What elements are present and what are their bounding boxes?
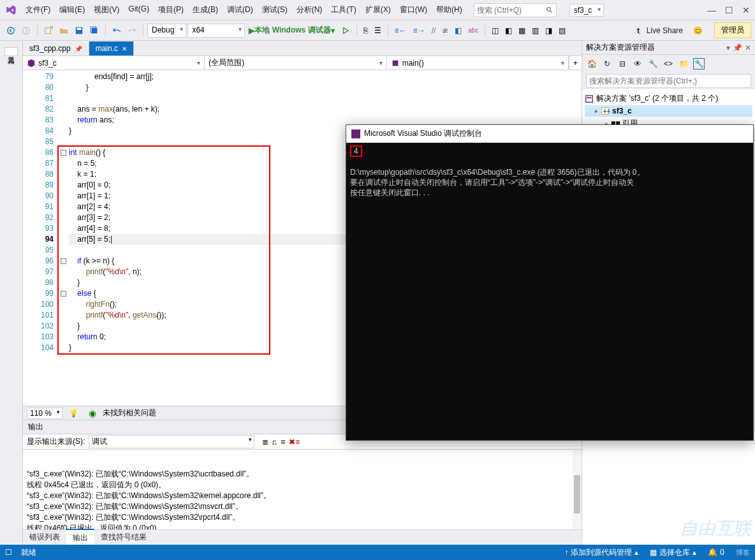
menu-item[interactable]: 窗口(W) [396,2,431,18]
menu-item[interactable]: 调试(D) [223,2,257,18]
repo-button[interactable]: ▦ 选择仓库 ▴ [650,547,696,558]
editor-tabstrip: sf3_cpp.cpp📌main.c✕ [23,41,582,56]
search-input[interactable] [477,6,543,15]
save-button[interactable] [72,25,86,36]
output-tab[interactable]: 错误列表 [23,529,66,545]
close-button[interactable]: ✕ [742,5,750,15]
collapse-icon[interactable]: ⊟ [617,58,628,70]
output-source-combo[interactable]: 调试 [89,435,254,448]
menu-item[interactable]: Git(G) [124,2,153,18]
autohide-icon[interactable]: 📌 [733,43,742,52]
pin-icon[interactable]: ▾ [726,43,730,52]
debug-console-window[interactable]: Microsoft Visual Studio 调试控制台 4 D:\myset… [346,124,754,441]
liveshare-label[interactable]: Live Share [647,26,683,35]
undo-button[interactable] [110,25,124,36]
menu-item[interactable]: 测试(S) [258,2,291,18]
menu-item[interactable]: 分析(N) [293,2,326,18]
watermark-small: 博客 [736,548,750,557]
output-body[interactable]: “sf3_c.exe”(Win32): 已加载“C:\Windows\Syste… [23,450,582,529]
show-all-icon[interactable]: 👁 [632,58,643,70]
nav-region[interactable]: (全局范围) [205,56,386,70]
output-scrollbar[interactable] [573,450,582,529]
console-titlebar[interactable]: Microsoft Visual Studio 调试控制台 [346,125,753,143]
tb-misc-2[interactable]: ◧ [502,25,515,36]
nav-member[interactable]: main() [387,56,569,70]
svg-point-3 [23,27,30,34]
out-tb-2[interactable]: ⎌ [272,438,277,446]
issues-label: 未找到相关问题 [103,408,156,418]
toolbox-tab[interactable]: 工具箱 [4,47,18,56]
menu-item[interactable]: 生成(B) [189,2,222,18]
tb-misc-3[interactable]: ▦ [516,25,528,36]
editor-tab[interactable]: main.c✕ [89,41,134,55]
tb-misc-4[interactable]: ▥ [529,25,541,36]
output-tab[interactable]: 查找符号结果 [94,529,153,545]
fold-column: --- [59,70,68,406]
start-debug-button[interactable]: ▶ 本地 Windows 调试器 ▾ [246,24,337,37]
out-tb-1[interactable]: ≣ [262,438,268,446]
new-project-button[interactable] [41,25,55,36]
startup-project-combo[interactable]: sf3_c [569,4,605,17]
tab-label: sf3_cpp.cpp [29,44,71,53]
minimize-button[interactable]: — [707,5,716,15]
nav-scope[interactable]: sf3_c [23,56,205,70]
solution-search[interactable] [586,74,751,88]
tab-label: main.c [96,44,118,53]
forward-button[interactable] [19,25,33,36]
solution-title: 解决方案资源管理器 [586,42,655,53]
menu-item[interactable]: 帮助(H) [432,2,466,18]
close-icon[interactable]: ✕ [745,43,751,52]
global-search[interactable] [474,3,557,17]
out-tb-4[interactable]: ✖≡ [289,438,300,446]
comment-icon[interactable]: // [429,25,439,36]
project-node-sf3c[interactable]: ▸ ++ sf3_c [585,105,752,117]
open-button[interactable] [57,25,71,36]
tb-misc-5[interactable]: ◨ [543,25,555,36]
save-all-button[interactable] [87,25,101,36]
folder-view-icon[interactable]: 📁 [678,58,689,70]
out-tb-3[interactable]: ≡ [281,438,285,446]
solution-root[interactable]: 解决方案 'sf3_c' (2 个项目，共 2 个) [585,92,752,105]
zoom-combo[interactable]: 110 % [27,408,62,419]
tb-misc-1[interactable]: ◫ [489,25,501,36]
tab-close-icon[interactable]: ✕ [122,45,127,52]
menu-item[interactable]: 编辑(E) [55,2,89,18]
liveshare-group: ⮬ Live Share 😊 [630,26,708,35]
tb-misc-6[interactable]: ▤ [556,25,568,36]
menu-item[interactable]: 文件(F) [22,2,54,18]
notifications-button[interactable]: 🔔 0 [708,548,724,557]
redo-button[interactable] [125,25,139,36]
view-code-icon[interactable]: <> [663,58,674,70]
tb-extra-2[interactable]: ☰ [372,25,384,36]
editor-tab[interactable]: sf3_cpp.cpp📌 [23,41,89,55]
uncomment-icon[interactable]: ≢ [439,25,451,36]
source-control-button[interactable]: ↑ 添加到源代码管理 ▴ [564,547,638,558]
abc-icon[interactable]: abc [465,26,481,35]
back-button[interactable] [4,25,18,36]
indent-left-icon[interactable]: ≡← [392,25,409,36]
nav-add-button[interactable]: + [569,56,582,70]
output-tab[interactable]: 输出 [66,529,94,546]
menu-item[interactable]: 项目(P) [154,2,187,18]
start-without-debug-button[interactable] [339,25,353,36]
sync-icon[interactable]: ↻ [601,58,613,70]
menu-item[interactable]: 扩展(X) [362,2,395,18]
config-combo[interactable]: Debug [147,24,186,38]
home-icon[interactable]: 🏠 [586,58,597,70]
console-title: Microsoft Visual Studio 调试控制台 [364,128,482,139]
properties-icon[interactable]: 🔧 [647,58,659,70]
switch-view-icon[interactable]: 🔧 [693,58,705,70]
project-label: sf3_c [612,107,632,115]
liveshare-icon[interactable]: ⮬ [635,26,643,35]
feedback-icon[interactable]: 😊 [693,26,703,35]
pin-icon[interactable]: 📌 [75,45,82,52]
menu-item[interactable]: 视图(V) [90,2,123,18]
tb-extra-1[interactable]: ⎘ [361,25,370,36]
svg-line-1 [550,10,552,12]
maximize-button[interactable]: ☐ [725,5,733,15]
indent-right-icon[interactable]: ≡→ [411,25,428,36]
bookmark-icon[interactable]: ◧ [452,25,464,36]
menu-item[interactable]: 工具(T) [327,2,360,18]
platform-combo[interactable]: x64 [187,24,245,38]
line-gutter: 7980818283848586878889909192939495969798… [23,70,59,406]
